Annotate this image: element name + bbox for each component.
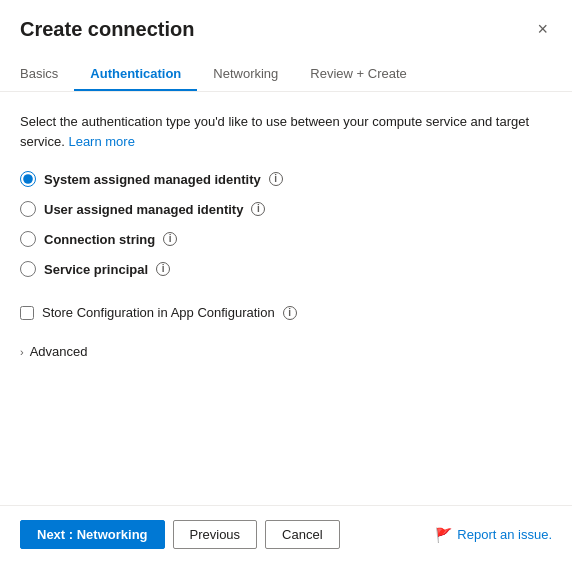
cancel-button[interactable]: Cancel xyxy=(265,520,339,549)
previous-button[interactable]: Previous xyxy=(173,520,258,549)
chevron-right-icon: › xyxy=(20,346,24,358)
radio-connection-string-label: Connection string xyxy=(44,232,155,247)
tab-authentication[interactable]: Authentication xyxy=(74,58,197,91)
radio-service-principal-label: Service principal xyxy=(44,262,148,277)
store-config-checkbox-row[interactable]: Store Configuration in App Configuration… xyxy=(20,305,552,320)
dialog-footer: Next : Networking Previous Cancel 🚩 Repo… xyxy=(0,506,572,563)
user-assigned-info-icon[interactable]: i xyxy=(251,202,265,216)
radio-service-principal[interactable]: Service principal i xyxy=(20,261,552,277)
learn-more-link[interactable]: Learn more xyxy=(68,134,134,149)
dialog-header: Create connection × xyxy=(0,0,572,42)
tab-review-create[interactable]: Review + Create xyxy=(294,58,422,91)
footer-actions-left: Next : Networking Previous Cancel xyxy=(20,520,340,549)
radio-connection-string[interactable]: Connection string i xyxy=(20,231,552,247)
create-connection-dialog: Create connection × Basics Authenticatio… xyxy=(0,0,572,563)
store-config-label: Store Configuration in App Configuration xyxy=(42,305,275,320)
report-issue-label: Report an issue. xyxy=(457,527,552,542)
system-assigned-info-icon[interactable]: i xyxy=(269,172,283,186)
report-icon: 🚩 xyxy=(435,527,452,543)
store-config-checkbox[interactable] xyxy=(20,306,34,320)
radio-system-assigned-input[interactable] xyxy=(20,171,36,187)
next-button[interactable]: Next : Networking xyxy=(20,520,165,549)
main-content: Select the authentication type you'd lik… xyxy=(0,92,572,465)
auth-radio-group: System assigned managed identity i User … xyxy=(20,171,552,277)
radio-user-assigned-input[interactable] xyxy=(20,201,36,217)
radio-user-assigned[interactable]: User assigned managed identity i xyxy=(20,201,552,217)
radio-connection-string-input[interactable] xyxy=(20,231,36,247)
description-text: Select the authentication type you'd lik… xyxy=(20,112,552,151)
dialog-title: Create connection xyxy=(20,18,194,41)
advanced-section[interactable]: › Advanced xyxy=(20,344,552,359)
radio-user-assigned-label: User assigned managed identity xyxy=(44,202,243,217)
tab-basics[interactable]: Basics xyxy=(20,58,74,91)
advanced-label: Advanced xyxy=(30,344,88,359)
close-button[interactable]: × xyxy=(533,16,552,42)
radio-system-assigned-label: System assigned managed identity xyxy=(44,172,261,187)
radio-service-principal-input[interactable] xyxy=(20,261,36,277)
store-config-info-icon[interactable]: i xyxy=(283,306,297,320)
tab-networking[interactable]: Networking xyxy=(197,58,294,91)
service-principal-info-icon[interactable]: i xyxy=(156,262,170,276)
report-issue-link[interactable]: 🚩 Report an issue. xyxy=(435,527,552,543)
tab-bar: Basics Authentication Networking Review … xyxy=(0,42,572,92)
connection-string-info-icon[interactable]: i xyxy=(163,232,177,246)
radio-system-assigned[interactable]: System assigned managed identity i xyxy=(20,171,552,187)
